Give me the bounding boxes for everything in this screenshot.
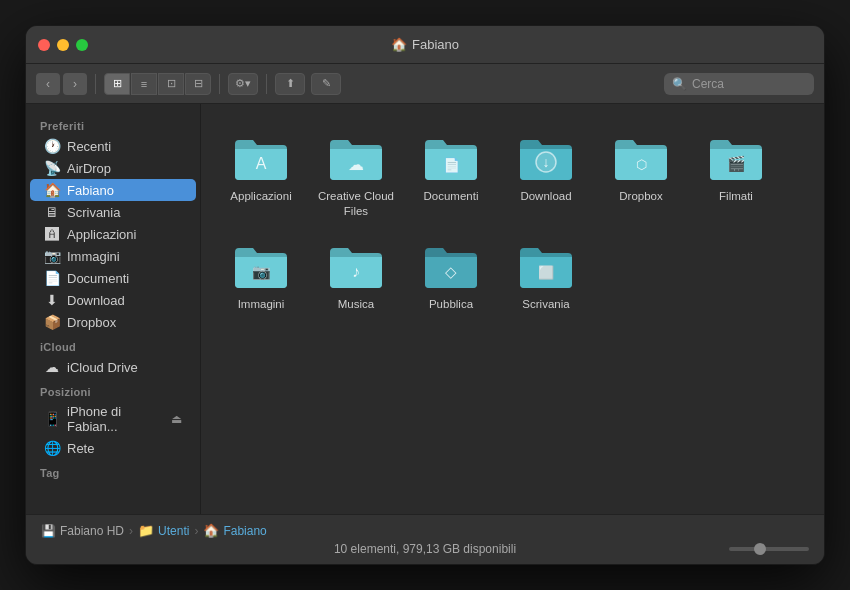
close-button[interactable] [38, 39, 50, 51]
utenti-folder-icon: 📁 [138, 523, 154, 538]
iphone-label: iPhone di Fabian... [67, 404, 164, 434]
icloud-icon: ☁ [44, 359, 60, 375]
folder-scrivania[interactable]: ⬜ Scrivania [501, 232, 591, 320]
folder-applicazioni[interactable]: A Applicazioni [216, 124, 306, 227]
forward-button[interactable]: › [63, 73, 87, 95]
iphone-icon: 📱 [44, 411, 60, 427]
pubblica-folder-icon: ◇ [421, 240, 481, 292]
icloud-label: iCloud Drive [67, 360, 182, 375]
applicazioni-icon: 🅰 [44, 226, 60, 242]
svg-text:📷: 📷 [252, 263, 271, 281]
sidebar-item-download[interactable]: ⬇ Download [30, 289, 196, 311]
dropbox-label: Dropbox [67, 315, 182, 330]
zoom-slider[interactable] [729, 547, 809, 551]
breadcrumb-fabiano[interactable]: 🏠 Fabiano [203, 523, 266, 538]
creative-cloud-folder-icon: ☁ [326, 132, 386, 184]
creative-cloud-folder-label: Creative CloudFiles [318, 189, 394, 219]
applicazioni-folder-icon: A [231, 132, 291, 184]
filmati-folder-label: Filmati [719, 189, 753, 204]
filmati-folder-icon: 🎬 [706, 132, 766, 184]
view-buttons: ⊞ ≡ ⊡ ⊟ [104, 73, 211, 95]
hd-icon: 💾 [41, 524, 56, 538]
sep-2: › [194, 524, 198, 538]
section-label-preferiti: Preferiti [26, 112, 200, 135]
search-box[interactable]: 🔍 [664, 73, 814, 95]
section-label-posizioni: Posizioni [26, 378, 200, 401]
folder-musica[interactable]: ♪ Musica [311, 232, 401, 320]
folder-filmati[interactable]: 🎬 Filmati [691, 124, 781, 227]
statusbar-text: 10 elementi, 979,13 GB disponibili [121, 542, 729, 556]
folder-download[interactable]: ↓ Download [501, 124, 591, 227]
view-icon-btn[interactable]: ⊞ [104, 73, 130, 95]
sidebar-item-scrivania[interactable]: 🖥 Scrivania [30, 201, 196, 223]
scrivania-folder-label: Scrivania [522, 297, 569, 312]
svg-text:A: A [256, 155, 267, 172]
fabiano-icon: 🏠 [44, 182, 60, 198]
fabiano-text: Fabiano [223, 524, 266, 538]
dropbox-icon: 📦 [44, 314, 60, 330]
sidebar-item-immagini[interactable]: 📷 Immagini [30, 245, 196, 267]
svg-text:🎬: 🎬 [727, 155, 746, 173]
sidebar-item-rete[interactable]: 🌐 Rete [30, 437, 196, 459]
folder-immagini[interactable]: 📷 Immagini [216, 232, 306, 320]
statusbar: 💾 Fabiano HD › 📁 Utenti › 🏠 Fabiano 10 e… [26, 514, 824, 564]
rete-icon: 🌐 [44, 440, 60, 456]
back-button[interactable]: ‹ [36, 73, 60, 95]
scrivania-folder-icon: ⬜ [516, 240, 576, 292]
folder-dropbox[interactable]: ⬡ Dropbox [596, 124, 686, 227]
immagini-icon: 📷 [44, 248, 60, 264]
view-gallery-btn[interactable]: ⊟ [185, 73, 211, 95]
share-button[interactable]: ⬆ [275, 73, 305, 95]
nav-buttons: ‹ › [36, 73, 87, 95]
minimize-button[interactable] [57, 39, 69, 51]
breadcrumb-utenti[interactable]: 📁 Utenti [138, 523, 189, 538]
immagini-label: Immagini [67, 249, 182, 264]
divider-2 [219, 74, 220, 94]
file-area: A Applicazioni ☁ Creative CloudFiles [201, 104, 824, 514]
folder-pubblica[interactable]: ◇ Pubblica [406, 232, 496, 320]
folder-creative-cloud[interactable]: ☁ Creative CloudFiles [311, 124, 401, 227]
svg-text:⬡: ⬡ [636, 157, 647, 172]
dropbox-folder-icon: ⬡ [611, 132, 671, 184]
sidebar-item-fabiano[interactable]: 🏠 Fabiano [30, 179, 196, 201]
recenti-icon: 🕐 [44, 138, 60, 154]
applicazioni-label: Applicazioni [67, 227, 182, 242]
divider-3 [266, 74, 267, 94]
documenti-folder-label: Documenti [424, 189, 479, 204]
view-column-btn[interactable]: ⊡ [158, 73, 184, 95]
action-group: ⚙▾ [228, 73, 258, 95]
sidebar-item-recenti[interactable]: 🕐 Recenti [30, 135, 196, 157]
sidebar-item-documenti[interactable]: 📄 Documenti [30, 267, 196, 289]
svg-text:📄: 📄 [443, 157, 461, 174]
sidebar-item-airdrop[interactable]: 📡 AirDrop [30, 157, 196, 179]
search-input[interactable] [692, 77, 806, 91]
applicazioni-folder-label: Applicazioni [230, 189, 291, 204]
statusbar-info: 10 elementi, 979,13 GB disponibili [41, 542, 809, 556]
sidebar: Preferiti 🕐 Recenti 📡 AirDrop 🏠 Fabiano … [26, 104, 201, 514]
documenti-label: Documenti [67, 271, 182, 286]
sidebar-item-icloud-drive[interactable]: ☁ iCloud Drive [30, 356, 196, 378]
recenti-label: Recenti [67, 139, 182, 154]
musica-folder-label: Musica [338, 297, 374, 312]
sidebar-item-iphone[interactable]: 📱 iPhone di Fabian... ⏏ [30, 401, 196, 437]
sidebar-item-applicazioni[interactable]: 🅰 Applicazioni [30, 223, 196, 245]
eject-icon[interactable]: ⏏ [171, 412, 182, 426]
folder-documenti[interactable]: 📄 Documenti [406, 124, 496, 227]
search-icon: 🔍 [672, 77, 687, 91]
utenti-text: Utenti [158, 524, 189, 538]
window-title: 🏠 Fabiano [391, 37, 459, 52]
toolbar: ‹ › ⊞ ≡ ⊡ ⊟ ⚙▾ ⬆ ✎ 🔍 [26, 64, 824, 104]
main-content: Preferiti 🕐 Recenti 📡 AirDrop 🏠 Fabiano … [26, 104, 824, 514]
pubblica-folder-label: Pubblica [429, 297, 473, 312]
dropbox-folder-label: Dropbox [619, 189, 662, 204]
slider-thumb[interactable] [754, 543, 766, 555]
sidebar-item-dropbox[interactable]: 📦 Dropbox [30, 311, 196, 333]
airdrop-label: AirDrop [67, 161, 182, 176]
action-button[interactable]: ⚙▾ [228, 73, 258, 95]
documenti-icon: 📄 [44, 270, 60, 286]
immagini-folder-icon: 📷 [231, 240, 291, 292]
tag-button[interactable]: ✎ [311, 73, 341, 95]
view-list-btn[interactable]: ≡ [131, 73, 157, 95]
fullscreen-button[interactable] [76, 39, 88, 51]
home-icon: 🏠 [203, 523, 219, 538]
